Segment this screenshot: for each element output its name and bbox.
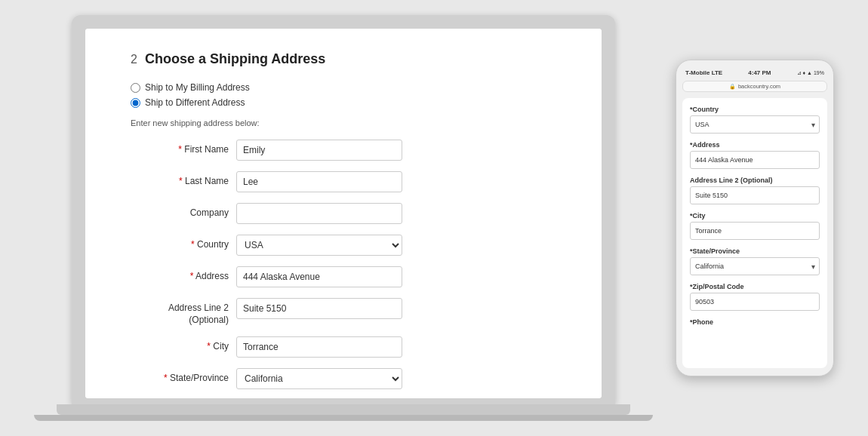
phone-state-group: *State/Province California New York ▾ [690,247,820,275]
first-name-label: * First Name [131,140,229,155]
city-input[interactable] [236,336,402,358]
phone-wrapper: T-Mobile LTE 4:47 PM ⊿ ♦ ▲ 19% 🔒 backcou… [676,60,834,376]
phone-address2-label: Address Line 2 (Optional) [690,177,820,184]
phone-zip-input[interactable] [690,293,820,311]
scene: 2 Choose a Shipping Address Ship to My B… [0,0,868,436]
state-select[interactable]: California New York Texas [236,368,402,389]
country-select[interactable]: USA Canada Mexico [236,235,402,256]
phone-address-label: *Address [690,141,820,149]
phone-state-select-wrapper: California New York ▾ [690,257,820,275]
status-carrier: T-Mobile LTE [685,69,722,76]
address-row: * Address [131,266,556,287]
radio-billing-text: Ship to My Billing Address [145,82,250,93]
phone-url-bar[interactable]: 🔒 backcountry.com [682,81,827,92]
laptop-screen-bezel: 2 Choose a Shipping Address Ship to My B… [72,15,615,404]
laptop-foot [34,415,653,421]
first-name-row: * First Name [131,140,556,161]
phone-content: *Country USA Canada ▾ *Address [682,98,827,368]
phone-phone-group: *Phone [690,318,820,326]
laptop-wrapper: 2 Choose a Shipping Address Ship to My B… [34,15,653,421]
laptop-screen: 2 Choose a Shipping Address Ship to My B… [85,29,602,398]
phone-state-select[interactable]: California New York [690,257,820,275]
address2-label: Address Line 2(Optional) [131,298,229,326]
form-title: Choose a Shipping Address [145,51,325,67]
country-row: * Country USA Canada Mexico [131,235,556,256]
url-text: backcountry.com [738,83,780,90]
phone-state-label: *State/Province [690,247,820,255]
radio-different[interactable] [131,98,140,108]
city-label: * City [131,336,229,352]
company-row: Company [131,203,556,224]
radio-billing-label[interactable]: Ship to My Billing Address [131,82,556,93]
country-label: * Country [131,235,229,250]
phone-city-label: *City [690,212,820,220]
radio-different-text: Ship to Different Address [145,97,245,108]
address2-row: Address Line 2(Optional) [131,298,556,326]
phone-zip-group: *Zip/Postal Code [690,283,820,311]
last-name-input[interactable] [236,171,402,192]
state-row: * State/Province California New York Tex… [131,368,556,389]
shipping-radio-group: Ship to My Billing Address Ship to Diffe… [131,82,556,108]
address-label: * Address [131,266,229,281]
phone-address-group: *Address [690,141,820,169]
phone-address-input[interactable] [690,151,820,169]
radio-billing[interactable] [131,83,140,93]
phone-country-select-wrapper: USA Canada ▾ [690,115,820,134]
phone-country-group: *Country USA Canada ▾ [690,106,820,134]
laptop-base [57,404,630,415]
first-name-input[interactable] [236,140,402,161]
step-number: 2 [131,53,137,66]
city-row: * City [131,336,556,358]
phone-phone-label: *Phone [690,318,820,326]
company-label: Company [131,203,229,218]
sub-instruction: Enter new shipping address below: [131,118,556,127]
phone-country-label: *Country [690,106,820,113]
phone-address2-input[interactable] [690,186,820,204]
status-time: 4:47 PM [748,69,771,76]
status-icons: ⊿ ♦ ▲ 19% [797,70,824,76]
phone-country-select[interactable]: USA Canada [690,115,820,134]
phone-address2-group: Address Line 2 (Optional) [690,177,820,204]
lock-icon: 🔒 [729,84,736,90]
phone-city-group: *City [690,212,820,240]
phone-city-input[interactable] [690,222,820,240]
last-name-row: * Last Name [131,171,556,192]
phone-status-bar: T-Mobile LTE 4:47 PM ⊿ ♦ ▲ 19% [682,68,827,78]
phone-zip-label: *Zip/Postal Code [690,283,820,290]
form-page: 2 Choose a Shipping Address Ship to My B… [85,29,602,398]
last-name-label: * Last Name [131,171,229,186]
address-input[interactable] [236,266,402,287]
state-label: * State/Province [131,368,229,383]
phone-bezel: T-Mobile LTE 4:47 PM ⊿ ♦ ▲ 19% 🔒 backcou… [676,60,834,376]
page-title-row: 2 Choose a Shipping Address [131,51,556,67]
address2-input[interactable] [236,298,402,319]
company-input[interactable] [236,203,402,224]
radio-different-label[interactable]: Ship to Different Address [131,97,556,108]
